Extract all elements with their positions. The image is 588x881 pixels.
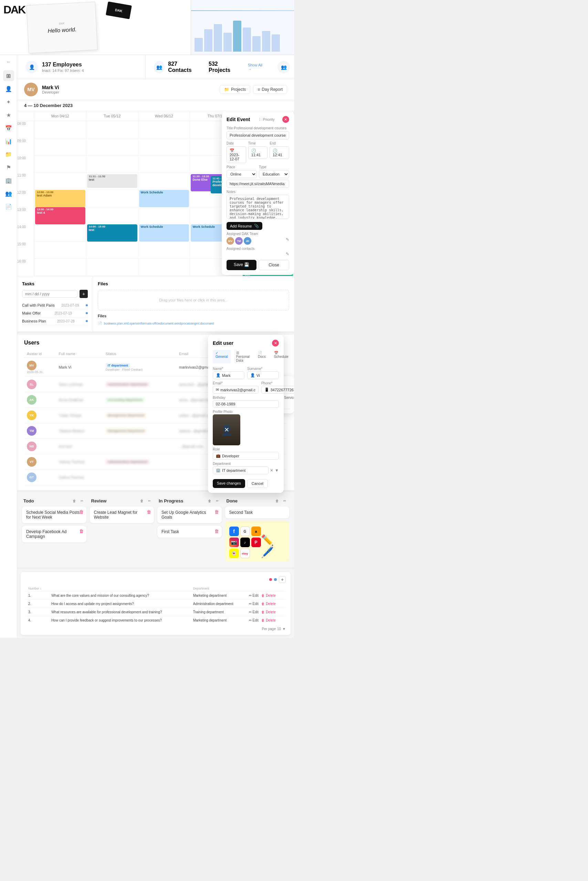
cell-mon-1500[interactable] bbox=[34, 241, 86, 259]
card-delete-facebook[interactable]: 🗑 bbox=[79, 529, 84, 534]
close-button[interactable]: Close bbox=[258, 260, 289, 270]
event-test-blue[interactable]: 14:00 - 15:00 test bbox=[87, 225, 137, 241]
event-test-adam[interactable]: 12:00 - 13:00 test Adam bbox=[35, 190, 86, 207]
cell-mon-1000[interactable] bbox=[34, 156, 86, 173]
sidebar-item-chart[interactable]: 📊 bbox=[3, 136, 14, 147]
cell-mon-1400[interactable] bbox=[34, 225, 86, 241]
role-input[interactable]: 💼 Developer bbox=[213, 452, 279, 460]
task-date-input[interactable] bbox=[22, 290, 78, 298]
save-changes-button[interactable]: Save changes bbox=[213, 479, 245, 488]
faq-add-button[interactable]: + bbox=[279, 576, 286, 583]
sidebar-item-contacts[interactable]: ✦ bbox=[3, 96, 14, 107]
inprogress-edit-icon[interactable]: ✏ bbox=[214, 497, 220, 504]
inprogress-trash-icon[interactable]: 🗑 bbox=[207, 497, 213, 504]
email-input[interactable]: ✉ markvivas2@gmail.c bbox=[213, 386, 258, 394]
faq-edit-4[interactable]: ✏ Edit bbox=[249, 619, 258, 622]
tab-general[interactable]: ✓ General bbox=[213, 350, 231, 363]
kanban-card-social[interactable]: Schedule Social Media Posts for Next Wee… bbox=[22, 506, 86, 523]
kanban-card-second-task[interactable]: Second Task bbox=[225, 506, 290, 518]
cell-mon-1600[interactable] bbox=[34, 259, 86, 276]
card-delete-analytics[interactable]: 🗑 bbox=[214, 509, 219, 514]
todo-trash-icon[interactable]: 🗑 bbox=[71, 497, 78, 504]
event-work-schedule-wed2[interactable]: Work Schedule bbox=[139, 225, 189, 241]
card-delete-lead[interactable]: 🗑 bbox=[147, 509, 151, 514]
modal-type-select[interactable]: Education bbox=[259, 170, 289, 178]
faq-delete-3[interactable]: 🗑 Delete bbox=[261, 610, 276, 614]
cell-tue-1400[interactable]: 14:00 - 15:00 test bbox=[86, 225, 138, 241]
event-work-schedule-wed[interactable]: Work Schedule bbox=[139, 190, 189, 207]
sidebar-item-users[interactable]: 👤 bbox=[3, 83, 14, 94]
add-task-button[interactable]: + bbox=[80, 290, 88, 298]
tab-day-report[interactable]: ≡ Day Report bbox=[253, 85, 287, 94]
card-delete-social[interactable]: 🗑 bbox=[79, 509, 84, 514]
sidebar-item-flag[interactable]: ⚑ bbox=[3, 162, 14, 173]
modal-notes-textarea[interactable]: Professional development courses for man… bbox=[226, 195, 289, 219]
sidebar-item-doc[interactable]: 📄 bbox=[3, 201, 14, 212]
cell-mon-0800[interactable] bbox=[34, 121, 86, 138]
edit-user-close-button[interactable]: ✕ bbox=[272, 340, 279, 346]
cell-mon-1100[interactable] bbox=[34, 173, 86, 190]
files-dropzone[interactable]: Drag your files here or click in this ar… bbox=[98, 290, 289, 310]
assigned-team-add[interactable]: ✎ bbox=[286, 237, 289, 245]
sidebar-item-grid[interactable]: ⊞ bbox=[3, 70, 14, 81]
card-delete-first[interactable]: 🗑 bbox=[214, 529, 219, 534]
modal-title-input[interactable] bbox=[226, 131, 289, 139]
event-test[interactable]: 11:11 - 11:52 test bbox=[87, 174, 137, 188]
department-input[interactable]: 🏢 IT department bbox=[213, 466, 268, 474]
cell-tue-1200[interactable] bbox=[86, 190, 138, 207]
cell-wed-1200[interactable]: Work Schedule bbox=[138, 190, 190, 207]
todo-edit-icon[interactable]: ✏ bbox=[79, 497, 85, 504]
profile-photo-upload[interactable]: 👤 ✕ bbox=[213, 414, 240, 445]
cell-mon-1200[interactable]: 12:00 - 13:00 test Adam bbox=[34, 190, 86, 207]
modal-url-input[interactable] bbox=[226, 180, 289, 188]
cell-wed-1300[interactable] bbox=[138, 207, 190, 225]
sidebar-item-folder[interactable]: 📁 bbox=[3, 149, 14, 160]
cell-wed-1000[interactable] bbox=[138, 156, 190, 173]
photo-delete-overlay[interactable]: ✕ bbox=[213, 414, 240, 445]
sidebar-item-star[interactable]: ★ bbox=[3, 109, 14, 120]
faq-delete-2[interactable]: 🗑 Delete bbox=[261, 602, 276, 606]
save-button[interactable]: Save 💾 bbox=[226, 260, 256, 270]
tab-docs[interactable]: 📄 Docs bbox=[255, 350, 268, 363]
contacts-add-icon[interactable]: ✎ bbox=[286, 252, 289, 256]
modal-place-select[interactable]: Online bbox=[226, 170, 257, 178]
modal-end-input[interactable]: 🕐 12:41 bbox=[270, 146, 289, 159]
cell-tue-0800[interactable] bbox=[86, 121, 138, 138]
review-trash-icon[interactable]: 🗑 bbox=[139, 497, 145, 504]
faq-delete-1[interactable]: 🗑 Delete bbox=[261, 593, 276, 598]
cell-wed-1100[interactable] bbox=[138, 173, 190, 190]
cancel-button[interactable]: Cancel bbox=[247, 479, 268, 488]
cell-wed-0900[interactable] bbox=[138, 138, 190, 156]
cell-wed-0800[interactable] bbox=[138, 121, 190, 138]
birthday-input[interactable]: 02-08-1989 bbox=[213, 400, 279, 408]
cell-wed-1500[interactable] bbox=[138, 241, 190, 259]
department-clear-icon[interactable]: ✕ bbox=[270, 468, 273, 473]
name-input[interactable]: 👤 Mark bbox=[213, 371, 244, 379]
cell-tue-1000[interactable] bbox=[86, 156, 138, 173]
cell-wed-1400[interactable]: Work Schedule bbox=[138, 225, 190, 241]
kanban-card-lead-magnet[interactable]: Create Lead Magnet for Website 🗑 bbox=[90, 506, 154, 523]
faq-edit-2[interactable]: ✏ Edit bbox=[249, 602, 258, 606]
file-name[interactable]: business.plan.xml.openxmlformats-officed… bbox=[104, 322, 214, 325]
modal-time-input[interactable]: 🕐 11:41 bbox=[248, 146, 268, 159]
modal-close-button[interactable]: ✕ bbox=[282, 116, 289, 123]
cell-mon-0900[interactable] bbox=[34, 138, 86, 156]
sidebar-item-calendar[interactable]: 📅 bbox=[3, 123, 14, 133]
tab-projects[interactable]: 📁 Projects bbox=[220, 85, 250, 94]
modal-date-input[interactable]: 📅 2023-12-07 bbox=[226, 146, 246, 163]
tab-schedule[interactable]: 📅 Schedule bbox=[271, 350, 291, 363]
faq-delete-4[interactable]: 🗑 Delete bbox=[261, 619, 276, 622]
perpage-chevron[interactable]: ▼ bbox=[282, 627, 286, 631]
cell-wed-1600[interactable] bbox=[138, 259, 190, 276]
tab-personal-data[interactable]: ☰ Personal Data bbox=[233, 350, 252, 363]
show-all-link[interactable]: Show All → bbox=[248, 63, 265, 71]
done-edit-icon[interactable]: ✏ bbox=[282, 497, 288, 504]
faq-edit-3[interactable]: ✏ Edit bbox=[249, 610, 258, 614]
faq-edit-1[interactable]: ✏ Edit bbox=[249, 593, 258, 598]
kanban-card-first-task[interactable]: First Task 🗑 bbox=[158, 526, 222, 538]
kanban-card-analytics[interactable]: Set Up Google Analytics Goals 🗑 bbox=[158, 506, 222, 523]
cell-tue-1500[interactable] bbox=[86, 241, 138, 259]
cell-mon-1300[interactable]: 13:00 - 14:00 test 4 bbox=[34, 207, 86, 225]
done-trash-icon[interactable]: 🗑 bbox=[274, 497, 280, 504]
cell-tue-1300[interactable] bbox=[86, 207, 138, 225]
